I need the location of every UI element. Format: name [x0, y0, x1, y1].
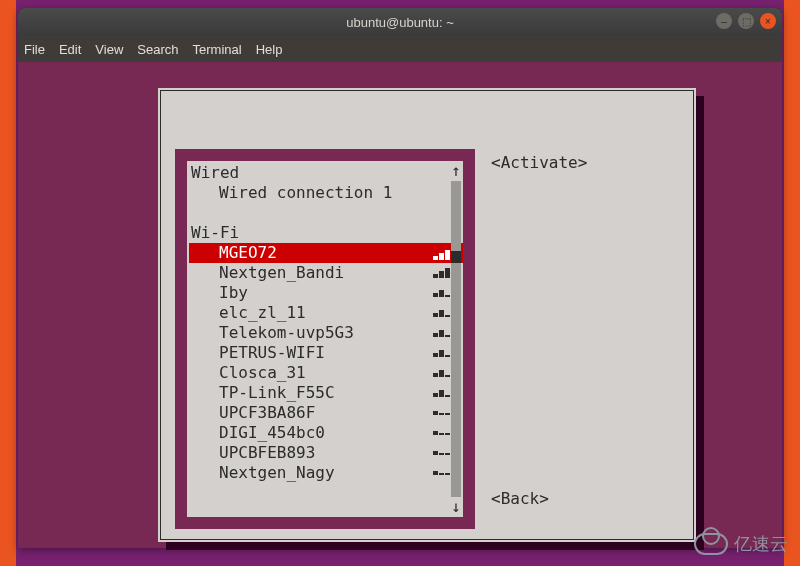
- menu-file[interactable]: File: [24, 42, 45, 57]
- back-button[interactable]: <Back>: [491, 489, 549, 509]
- scroll-down-icon[interactable]: ↓: [451, 497, 461, 517]
- watermark: 亿速云: [694, 532, 788, 556]
- wifi-item[interactable]: DIGI_454bc0: [189, 423, 463, 443]
- wifi-ssid: TP-Link_F55C: [219, 383, 433, 403]
- wifi-ssid: Nextgen_Bandi: [219, 263, 433, 283]
- terminal-window: ubuntu@ubuntu: ~ – ⬚ × File Edit View Se…: [18, 8, 782, 548]
- wifi-item[interactable]: PETRUS-WIFI: [189, 343, 463, 363]
- wifi-item[interactable]: TP-Link_F55C: [189, 383, 463, 403]
- wifi-item[interactable]: UPCF3BA86F: [189, 403, 463, 423]
- connection-list-box: WiredWired connection 1 Wi-FiMGEO72Nextg…: [177, 151, 473, 527]
- titlebar: ubuntu@ubuntu: ~ – ⬚ ×: [18, 8, 782, 36]
- wifi-item[interactable]: Nextgen_Bandi: [189, 263, 463, 283]
- wired-connection-item[interactable]: Wired connection 1: [189, 183, 463, 203]
- wifi-ssid: elc_zl_11: [219, 303, 433, 323]
- wifi-ssid: PETRUS-WIFI: [219, 343, 433, 363]
- scroll-up-icon[interactable]: ↑: [451, 161, 461, 181]
- wifi-item[interactable]: Closca_31: [189, 363, 463, 383]
- maximize-icon[interactable]: ⬚: [738, 13, 754, 29]
- wifi-ssid: Nextgen_Nagy: [219, 463, 433, 483]
- wifi-item[interactable]: Iby: [189, 283, 463, 303]
- close-icon[interactable]: ×: [760, 13, 776, 29]
- window-title: ubuntu@ubuntu: ~: [346, 15, 454, 30]
- terminal-body[interactable]: WiredWired connection 1 Wi-FiMGEO72Nextg…: [18, 62, 782, 548]
- wifi-item[interactable]: UPCBFEB893: [189, 443, 463, 463]
- connection-list[interactable]: WiredWired connection 1 Wi-FiMGEO72Nextg…: [187, 161, 463, 517]
- wifi-item[interactable]: Nextgen_Nagy: [189, 463, 463, 483]
- wifi-ssid: UPCF3BA86F: [219, 403, 433, 423]
- menu-search[interactable]: Search: [137, 42, 178, 57]
- wifi-ssid: Telekom-uvp5G3: [219, 323, 433, 343]
- menu-edit[interactable]: Edit: [59, 42, 81, 57]
- menu-help[interactable]: Help: [256, 42, 283, 57]
- dialog-border: WiredWired connection 1 Wi-FiMGEO72Nextg…: [160, 90, 694, 540]
- wired-header: Wired: [189, 163, 463, 183]
- watermark-text: 亿速云: [734, 532, 788, 556]
- wifi-ssid: Closca_31: [219, 363, 433, 383]
- wifi-header: Wi-Fi: [189, 223, 463, 243]
- window-controls: – ⬚ ×: [716, 13, 776, 29]
- wifi-ssid: MGEO72: [219, 243, 433, 263]
- menubar: File Edit View Search Terminal Help: [18, 36, 782, 62]
- scroll-thumb[interactable]: [451, 263, 461, 497]
- nmtui-dialog: WiredWired connection 1 Wi-FiMGEO72Nextg…: [158, 88, 696, 542]
- scroll-track[interactable]: [451, 181, 461, 497]
- wifi-item[interactable]: MGEO72: [189, 243, 463, 263]
- wifi-item[interactable]: Telekom-uvp5G3: [189, 323, 463, 343]
- wifi-item[interactable]: elc_zl_11: [189, 303, 463, 323]
- wifi-ssid: Iby: [219, 283, 433, 303]
- minimize-icon[interactable]: –: [716, 13, 732, 29]
- wifi-ssid: DIGI_454bc0: [219, 423, 433, 443]
- cloud-icon: [694, 533, 728, 555]
- scroll-thumb[interactable]: [451, 181, 461, 251]
- menu-terminal[interactable]: Terminal: [193, 42, 242, 57]
- scroll-marker: [451, 251, 461, 263]
- wifi-ssid: UPCBFEB893: [219, 443, 433, 463]
- menu-view[interactable]: View: [95, 42, 123, 57]
- scrollbar[interactable]: ↑ ↓: [447, 161, 465, 517]
- activate-button[interactable]: <Activate>: [491, 153, 587, 173]
- spacer: [189, 203, 463, 223]
